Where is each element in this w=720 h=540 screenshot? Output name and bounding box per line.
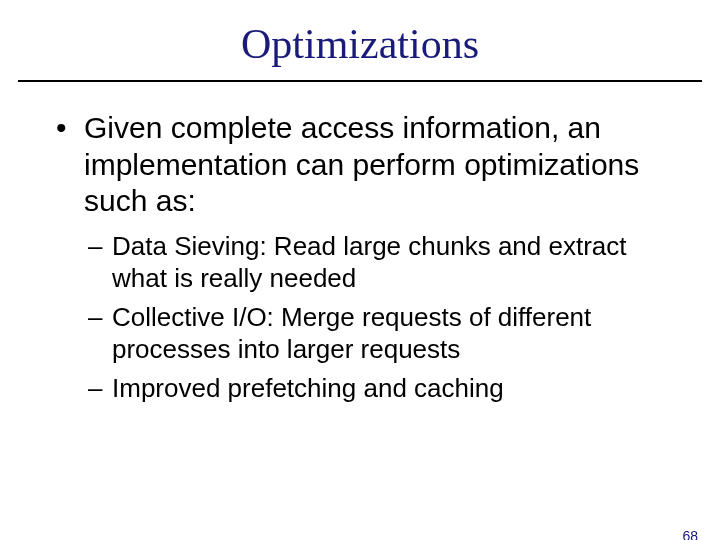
sub-bullet-list: Data Sieving: Read large chunks and extr… xyxy=(84,230,672,405)
bullet-item: Given complete access information, an im… xyxy=(48,110,672,404)
slide: Optimizations Given complete access info… xyxy=(0,20,720,540)
title-divider xyxy=(18,80,702,82)
page-number: 68 xyxy=(682,528,698,540)
bullet-list: Given complete access information, an im… xyxy=(48,110,672,404)
sub-bullet-item: Improved prefetching and caching xyxy=(84,372,672,405)
slide-body: Given complete access information, an im… xyxy=(0,110,720,404)
bullet-text: Given complete access information, an im… xyxy=(84,111,639,217)
sub-bullet-item: Data Sieving: Read large chunks and extr… xyxy=(84,230,672,295)
slide-title: Optimizations xyxy=(0,20,720,68)
sub-bullet-item: Collective I/O: Merge requests of differ… xyxy=(84,301,672,366)
